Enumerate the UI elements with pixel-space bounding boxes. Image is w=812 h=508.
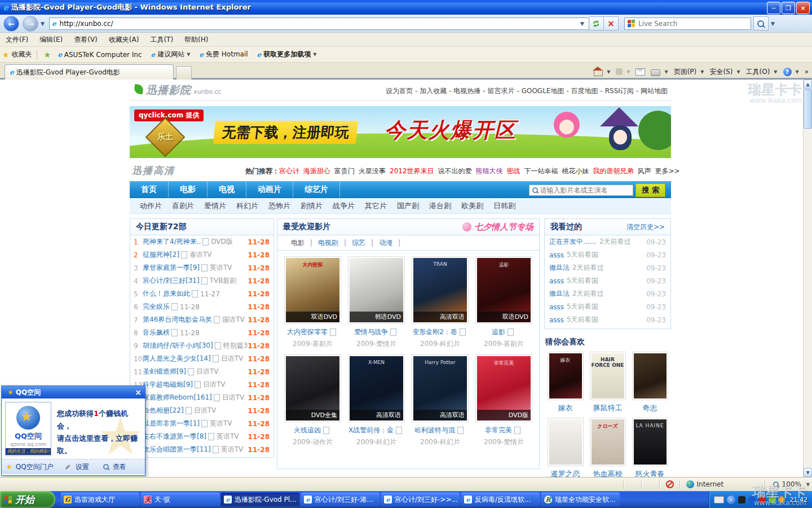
item-title-link[interactable]: 以是而非第一季[1] (143, 419, 200, 428)
movie-card[interactable]: X-MEN 高清双语 X战警前传：金 2009-科幻片 (345, 354, 408, 447)
scroll-down-button[interactable]: ▼ (804, 468, 812, 477)
history-title-link[interactable]: asss (549, 303, 564, 311)
search-button[interactable]: 搜 索 (636, 183, 665, 197)
tray-icon-5[interactable] (778, 496, 785, 503)
update-list-item[interactable]: 14 白色相册[22] 日语TV 11-28 (130, 404, 273, 417)
movie-title-link[interactable]: 非常完美 (485, 426, 512, 435)
movie-poster[interactable]: 大内密探 双语DVD (284, 256, 341, 324)
history-item[interactable]: asss 5天前看国 09-23 (545, 313, 670, 326)
popular-tab[interactable]: 综艺 (352, 239, 365, 247)
suggestion-card[interactable]: 嫁衣 嫁衣 (544, 352, 586, 413)
category-link[interactable]: 剧情片 (301, 201, 323, 211)
update-list-item[interactable]: 5 什么！原来如此 11-27 11-28 (130, 287, 273, 300)
menu-help[interactable]: 帮助(H) (179, 35, 214, 45)
read-mail-button[interactable] (636, 68, 645, 76)
banner-ad[interactable]: qyclick.com 提供 乐土 无需下载，注册即玩 今天火爆开区 (130, 106, 671, 158)
item-title-link[interactable]: 第46界台湾电影金马奖 (143, 315, 212, 325)
update-list-item[interactable]: 17 欢乐合唱团第一季[11] 英语TV 11-28 (130, 443, 273, 456)
zoom-control[interactable]: 100% ▼ (773, 480, 810, 488)
top-link[interactable]: - GOOGLE地图 (517, 87, 564, 95)
fav-item-asustek[interactable]: eASUSTeK Computer Inc (53, 51, 146, 59)
history-item[interactable]: 撒旦法 2天前看过 09-23 (545, 261, 670, 274)
update-list-item[interactable]: 1 死神来了4/死神来.. DVD版 11-28 (130, 235, 273, 248)
hot-link[interactable]: 宫心计 (279, 167, 299, 175)
nav-tab[interactable]: 动画片 (246, 181, 293, 198)
update-list-item[interactable]: 4 宫心计/刘三好[31] TVB新剧 11-28 (130, 274, 273, 287)
movie-card[interactable]: DVD全集 火线追凶 2009-动作片 (281, 354, 345, 447)
update-list-item[interactable]: 2 征服死神[2] 泰语TV 11-28 (130, 248, 273, 261)
top-link[interactable]: - 加入收藏 (415, 87, 447, 95)
fav-item-addons[interactable]: e获取更多加载项▼ (253, 50, 321, 59)
favorites-label[interactable]: 收藏夹 (12, 50, 32, 59)
url-dropdown[interactable]: ▼ (580, 21, 584, 27)
movie-poster[interactable]: 韩语DVD (348, 256, 405, 324)
item-title-link[interactable]: 欢乐合唱团第一季[11] (143, 445, 211, 454)
refresh-button[interactable] (589, 16, 604, 30)
item-title-link[interactable]: 胡须鸡仔/胡子小鸡[30] (143, 341, 213, 351)
site-logo[interactable]: 迅播影院 xunbo.cc (134, 83, 222, 98)
item-title-link[interactable]: 完全娱乐 (143, 302, 170, 312)
hot-link[interactable]: 2012世界末日 (390, 167, 434, 175)
clear-history-link[interactable]: 清空历史>> (626, 222, 665, 232)
item-title-link[interactable]: 两人是光之美少女[14] (143, 354, 211, 364)
page-menu-button[interactable]: 页面(P)▼ (674, 67, 704, 77)
update-list-item[interactable]: 16 左右不逢源第一季[8] 英语TV 11-28 (130, 430, 273, 443)
suggestion-title-link[interactable]: 怒火青春 (636, 469, 665, 477)
suggestion-card[interactable]: LA HAINE 怒火青春 (629, 418, 671, 477)
popular-tab[interactable]: 动漫 (379, 239, 392, 247)
movie-title-link[interactable]: 爱情与战争 (354, 327, 388, 337)
hidden-icons-chevron[interactable]: ‹ (727, 496, 735, 504)
movie-card[interactable]: 大内密探 双语DVD 大内密探零零 2009-喜剧片 (281, 256, 345, 349)
taskbar-button[interactable]: R 瑞星全功能安全软... (541, 493, 620, 506)
movie-poster[interactable]: 非常完美 DVD版 (475, 354, 532, 422)
category-link[interactable]: 动作片 (140, 201, 162, 211)
history-title-link[interactable]: 撒旦法 (549, 263, 570, 273)
suggestion-poster[interactable] (632, 352, 668, 400)
scrollbar-thumb[interactable] (804, 89, 812, 129)
update-list-item[interactable]: 10 两人是光之美少女[14] 日语TV 11-28 (130, 352, 273, 365)
update-list-item[interactable]: 7 第46界台湾电影金马奖 国语TV 11-28 (130, 313, 273, 326)
taskbar-button[interactable]: G 迅雷游戏大厅 (61, 493, 139, 506)
category-link[interactable]: 恐怖片 (268, 201, 290, 211)
hot-link[interactable]: 下一站幸福 (524, 167, 558, 175)
update-list-item[interactable]: 12 科学超电磁炮[9] 日语TV 11-28 (130, 378, 273, 391)
fav-item-suggested-sites[interactable]: e建议网站▼ (147, 50, 195, 59)
recent-pages-dropdown[interactable]: ▼ (41, 21, 45, 27)
movie-card[interactable]: 追影 双语DVD 追影 2009-喜剧片 (472, 256, 536, 349)
movie-title-link[interactable]: 哈利波特与混 (414, 426, 455, 435)
history-item[interactable]: asss 5天前看国 09-23 (545, 248, 670, 261)
update-list-item[interactable]: 13 家庭教师Reborn[161] 日语TV 11-28 (130, 391, 273, 404)
fav-item-hotmail[interactable]: e免费 Hotmail (195, 50, 252, 59)
suggestion-title-link[interactable]: 嫁衣 (558, 403, 573, 413)
movie-card[interactable]: Harry Potter 高清双语 哈利波特与混 2009-科幻片 (408, 354, 472, 447)
suggestion-card[interactable]: クローズ 热血高校 (586, 418, 629, 477)
live-search-input[interactable] (637, 19, 748, 28)
suggestion-poster[interactable]: クローズ (590, 418, 626, 466)
menu-favorites[interactable]: 收藏夹(A) (103, 35, 145, 45)
hot-link[interactable]: 密战 (507, 167, 520, 175)
movie-card[interactable]: 韩语DVD 爱情与战争 2009-爱情片 (345, 256, 408, 349)
qixi-festival-badge[interactable]: 七夕情人节专场 (462, 222, 533, 233)
category-link[interactable]: 欧美剧 (461, 201, 483, 211)
suggestion-title-link[interactable]: 奇志 (643, 403, 657, 413)
suggestion-title-link[interactable]: 暹罗之恋 (551, 469, 580, 477)
movie-title-link[interactable]: 火线追凶 (294, 426, 321, 435)
tools-menu-button[interactable]: 工具(O)▼ (746, 67, 778, 77)
top-link[interactable]: 设为首页 (386, 87, 413, 95)
tray-icon-4[interactable] (769, 496, 776, 503)
nav-tab[interactable]: 电影 (169, 181, 208, 198)
movie-poster[interactable]: TRAN 高清双语 (412, 256, 469, 324)
home-button[interactable]: ▼ (594, 67, 610, 76)
category-link[interactable]: 港台剧 (429, 201, 451, 211)
movie-poster[interactable]: 追影 双语DVD (475, 256, 532, 324)
popular-tab[interactable]: 电影 (291, 239, 304, 247)
hot-link[interactable]: 火星没事 (359, 167, 386, 175)
tray-icon-3[interactable] (758, 496, 766, 503)
history-item[interactable]: 撒旦法 2天前看过 09-23 (545, 287, 670, 300)
nav-tab[interactable]: 综艺片 (293, 181, 340, 198)
stop-button[interactable]: × (604, 16, 619, 30)
hot-link[interactable]: 海派甜心 (303, 167, 330, 175)
close-button[interactable]: × (796, 2, 810, 14)
url-input[interactable] (59, 19, 578, 28)
suggestion-poster[interactable] (548, 418, 584, 466)
